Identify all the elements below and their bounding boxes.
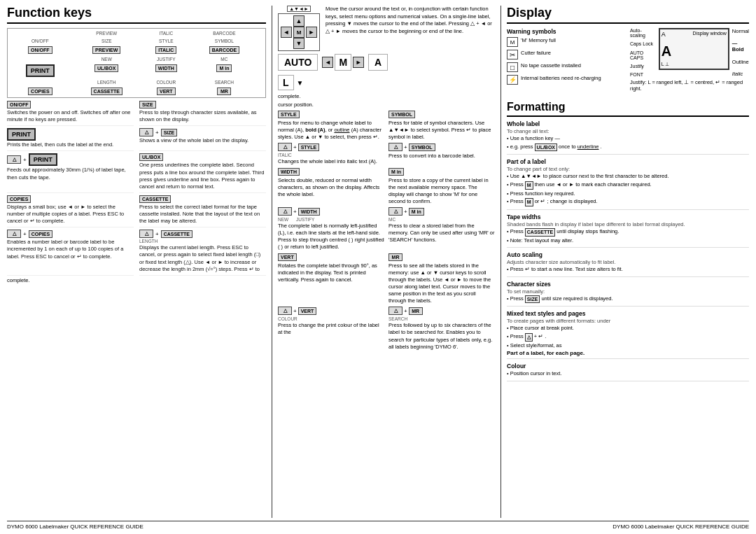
mid-arrows-display: ◄ M ► [322,54,364,71]
fmt-part-label-sub: To change part of text only: [507,166,749,172]
fmt-part-label-title: Part of a label [507,158,749,165]
fmt-colour-bullets: Position cursor in text. [507,370,749,378]
kbd-main-row: ON/OFF PREVIEW ITALIC BARCODE [9,45,264,55]
kbd-top-label-row: PREVIEW ITALIC BARCODE [9,30,264,36]
mr-key[interactable]: MR [217,87,231,95]
a-label: A [374,57,382,68]
kbd-row3-label: NEW JUSTIFY MC [9,56,264,62]
arrow-down-indicator: ▼ [297,79,304,87]
preview-key-label: △ [139,128,153,136]
dw-top-row: A Display window [662,31,727,38]
rfb-2: e.g. press UL/BOX once to underline. [507,143,749,152]
style-key-italic: STYLE [298,143,320,151]
min-key[interactable]: M in [216,64,232,72]
min-key-box: M in [388,168,404,176]
fmt-whole-label-sub: To change all text: [507,128,749,134]
arrow-down-row: ▼ [281,38,317,49]
ld-print-desc: Prints the label, then cuts the label at… [7,141,134,148]
ld-123-copies: △ + COPIES Enables a number label or bar… [7,230,134,276]
mg-colour-vert-header: △ + VERT [278,307,384,315]
plus-sign-3: + [23,231,27,237]
arrow-down-btn[interactable]: ▼ [293,38,304,49]
mg-mr: MR Press to see all the labels stored in… [388,253,495,305]
divider-mid-right [500,6,501,518]
cassette-key[interactable]: CASSETTE [91,87,122,95]
col-mid: ▲▼◄► ▲ ◄ M ► [278,6,495,518]
formatting-title: Formatting [507,101,749,117]
mid-left-btn[interactable]: ◄ [322,57,333,68]
delta-key-1: △ [7,155,21,164]
arrow-right-btn[interactable]: ► [306,27,317,38]
mg-min-desc: Press to store a copy of the current lab… [388,177,495,206]
cassette-key-label: CASSETTE [139,195,171,203]
fmt-tape-widths-title: Tape widths [507,213,749,220]
kbd-row4: COPIES CASSETTE VERT MR [9,87,264,96]
mg-vert: VERT Rotates the complete label through … [278,253,384,305]
copies-key-label2: COPIES [29,230,52,238]
ws-notape-icon: □ [507,62,518,72]
dw-outline-label: Outline [732,59,749,65]
arrow-mid-row: ◄ M ► [281,27,317,38]
dw-a-indicator: A [662,31,666,38]
onoff-key[interactable]: ON/OFF [28,46,52,54]
rfb-11: Place cursor at break point. [507,325,749,332]
copies-key-label: COPIES [7,195,31,203]
warning-symbols-col: Warning symbols M 'M' Memory full ✂ Cutt… [507,28,626,92]
mc-sublabel: MC [388,217,495,222]
print-key[interactable]: PRINT [26,64,55,77]
auto-box: AUTO [278,54,318,71]
size-key-label2: SIZE [161,129,178,136]
delta-key-colour: △ [278,307,292,315]
auto-display-row: AUTO ◄ M ► A [278,54,495,71]
kbd-row4-label: LENGTH COLOUR SEARCH [9,79,264,85]
mg-delta-symbol-header: △ + SYMBOL [388,143,495,151]
width-key-box: WIDTH [278,168,300,176]
style-key-box: STYLE [278,111,300,118]
italic-key[interactable]: ITALIC [155,46,176,54]
ld-ulbox: UL/BOX One press underlines the complete… [139,153,266,193]
arrow-up-btn[interactable]: ▲ [293,15,304,27]
fmt-char-sizes-bullets: Press SIZE until size required is displa… [507,295,749,304]
vert-key[interactable]: VERT [157,87,176,95]
footer-left: DYMO 6000 Labelmaker QUICK REFERENCE GUI… [7,524,144,530]
ld-print: PRINT Prints the label, then cuts the la… [7,128,134,151]
width-key-justify: WIDTH [298,208,320,216]
mid-right-btn[interactable]: ► [353,57,364,68]
size-ref: SIZE [525,295,540,304]
dw-autocaps-label: AUTO CAPS [630,50,656,60]
barcode-key[interactable]: BARCODE [209,46,239,54]
width-key[interactable]: WIDTH [155,64,177,72]
ws-memory-icon: M [507,37,518,47]
fmt-colour: Colour Position cursor in text. [507,363,749,381]
col-left: Function keys PREVIEW ITALIC BARCODE ON/… [7,6,266,518]
fmt-colour-title: Colour [507,363,749,370]
mg-mc: △ + M in MC Press to clear a stored labe… [388,207,495,251]
plus-justify: + [293,209,297,215]
mg-search-mr-header: △ + MR [388,307,495,315]
mg-justify: △ + WIDTH NEW JUSTIFY The complete label… [278,207,384,251]
delta-key-mc: △ [388,207,402,216]
mg-mc-header: △ + M in [388,207,495,216]
mg-width-desc: Selects double, reduced or normal width … [278,177,384,198]
dw-normal-label: Normal [732,28,749,34]
col-right: Display Warning symbols M 'M' Memory ful… [507,6,749,518]
dw-container: Auto-scaling Caps Lock AUTO CAPS Justify… [630,28,749,77]
auto-label: AUTO [284,57,312,68]
arrow-left-btn[interactable]: ◄ [281,27,292,38]
ld-delta-cassette-header: △ + CASSETTE [139,230,266,238]
copies-key[interactable]: COPIES [28,87,52,95]
ws-battery-icon: ⚡ [507,75,518,85]
mg-search-mr-desc: Press followed by up to six characters o… [388,322,495,351]
rfb-7: Press CASSETTE until display stops flash… [507,228,749,237]
fmt-mixed-styles-title: Mixed text styles and pages [507,310,749,317]
mg-width-header: WIDTH [278,168,384,176]
delta-ref: △ [525,333,533,342]
keyboard-diagram: PREVIEW ITALIC BARCODE ON/OFF SIZE STYLE… [7,28,266,98]
fmt-mixed-styles-sub: To create pages with different formats: … [507,318,749,324]
kbd-row2-label: ON/OFF SIZE STYLE SYMBOL [9,38,264,44]
ulbox-key[interactable]: UL/BOX [94,64,118,72]
dw-italic-label: Italic [732,71,749,77]
preview-key[interactable]: PREVIEW [92,46,120,54]
m-ref: M [525,181,533,190]
ld-size-header: SIZE [139,101,266,108]
